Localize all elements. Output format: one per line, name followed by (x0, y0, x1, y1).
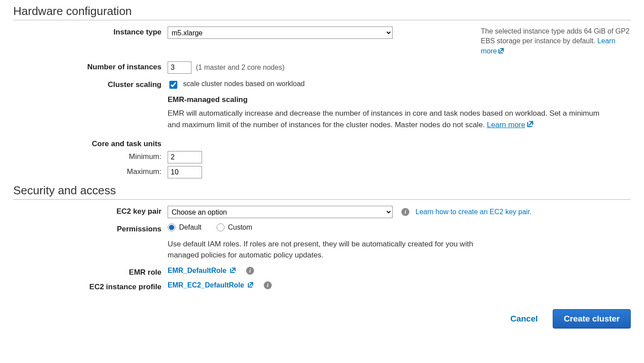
permissions-desc: Use default IAM roles. If roles are not … (168, 239, 494, 261)
permissions-label: Permissions (13, 223, 168, 234)
scaling-learn-more-link[interactable]: Learn more (487, 121, 525, 129)
cluster-scaling-checkbox[interactable] (169, 81, 177, 89)
minimum-row: Minimum: (13, 151, 631, 163)
external-link-icon (526, 120, 534, 128)
cluster-scaling-row: Cluster scaling scale cluster nodes base… (13, 79, 631, 90)
cancel-button[interactable]: Cancel (508, 314, 540, 324)
minimum-label: Minimum: (13, 151, 168, 161)
radio-icon (217, 223, 225, 231)
ec2-keypair-row: EC2 key pair Choose an option i Learn ho… (13, 206, 631, 218)
ec2-keypair-select[interactable]: Choose an option (168, 206, 393, 218)
num-instances-input[interactable] (168, 61, 191, 74)
hardware-section-title: Hardware configuration (13, 4, 631, 18)
ec2-profile-label: EC2 instance profile (13, 281, 168, 291)
security-section-title: Security and access (13, 184, 631, 197)
num-instances-label: Number of instances (13, 61, 168, 72)
external-link-icon (247, 281, 254, 288)
num-instances-hint: (1 master and 2 core nodes) (196, 64, 285, 72)
instance-type-hint: The selected instance type adds 64 GiB o… (472, 26, 631, 56)
num-instances-row: Number of instances (1 master and 2 core… (13, 61, 631, 74)
instance-type-row: Instance type m5.xlarge The selected ins… (13, 26, 631, 56)
instance-type-label: Instance type (13, 26, 168, 37)
core-task-units-row: Core and task units (13, 138, 631, 148)
footer-actions: Cancel Create cluster (13, 309, 631, 329)
emr-role-link[interactable]: EMR_DefaultRole (168, 267, 236, 275)
emr-managed-scaling-title: EMR-managed scaling (168, 95, 609, 104)
ec2-profile-link[interactable]: EMR_EC2_DefaultRole (168, 281, 254, 289)
ec2-keypair-help-link[interactable]: Learn how to create an EC2 key pair. (416, 208, 532, 216)
maximum-row: Maximum: (13, 166, 631, 178)
permissions-custom-label: Custom (228, 223, 252, 231)
create-cluster-button[interactable]: Create cluster (553, 309, 631, 329)
external-link-icon (229, 267, 236, 274)
cluster-scaling-label: Cluster scaling (13, 79, 168, 89)
permissions-row: Permissions Default Custom (13, 223, 631, 234)
minimum-input[interactable] (168, 151, 202, 163)
maximum-label: Maximum: (13, 166, 168, 176)
permissions-default-radio[interactable]: Default (168, 223, 202, 231)
info-icon[interactable]: i (246, 267, 254, 275)
maximum-input[interactable] (168, 166, 202, 178)
info-icon[interactable]: i (401, 208, 409, 216)
ec2-keypair-label: EC2 key pair (13, 206, 168, 216)
divider (13, 20, 631, 20)
emr-managed-scaling-block: EMR-managed scaling EMR will automatical… (168, 95, 609, 130)
radio-icon (168, 223, 176, 231)
divider (13, 199, 631, 200)
permissions-default-label: Default (179, 223, 202, 231)
permissions-custom-radio[interactable]: Custom (217, 223, 252, 231)
external-link-icon (498, 47, 505, 54)
emr-role-row: EMR role EMR_DefaultRole i (13, 267, 631, 277)
ec2-profile-row: EC2 instance profile EMR_EC2_DefaultRole… (13, 281, 631, 291)
emr-managed-scaling-desc: EMR will automatically increase and decr… (168, 108, 609, 130)
cluster-scaling-checkbox-label: scale cluster nodes based on workload (183, 79, 305, 88)
info-icon[interactable]: i (264, 281, 272, 289)
emr-role-label: EMR role (13, 267, 168, 277)
core-task-units-label: Core and task units (13, 138, 168, 148)
instance-type-select[interactable]: m5.xlarge (168, 26, 393, 39)
